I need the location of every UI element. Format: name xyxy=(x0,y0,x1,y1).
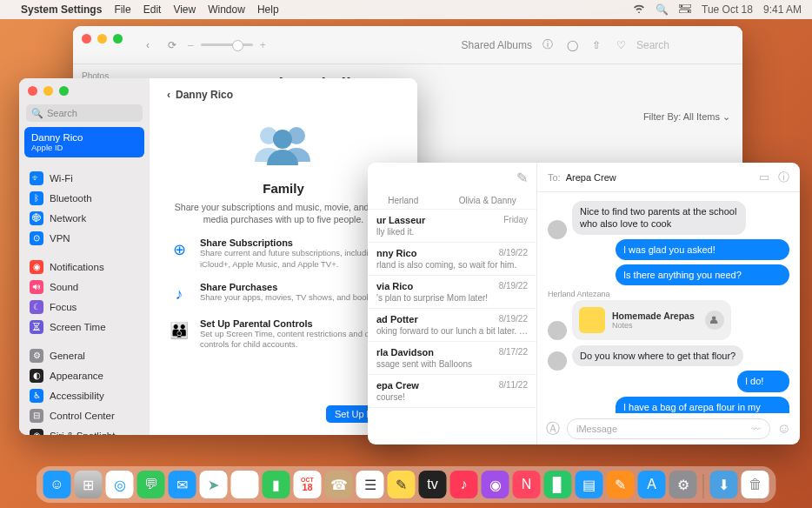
share-subscriptions-row: ⊕ Share SubscriptionsShare current and f… xyxy=(167,237,400,270)
menubar-time[interactable]: 9:41 AM xyxy=(763,3,802,16)
menubar-date[interactable]: Tue Oct 18 xyxy=(702,3,753,16)
sidebar-bluetooth[interactable]: ᛒBluetooth xyxy=(19,188,150,208)
conversation-row[interactable]: epa Crew8/11/22course! xyxy=(368,375,536,408)
conversation-row[interactable]: via Rico8/19/22's plan to surprise Mom l… xyxy=(368,276,536,309)
dock-numbers[interactable]: ▊ xyxy=(544,471,572,498)
conv-tab[interactable]: Olivia & Danny xyxy=(459,196,516,205)
settings-search[interactable]: 🔍 Search xyxy=(26,104,143,122)
dock-settings[interactable]: ⚙︎ xyxy=(669,471,697,498)
purchases-icon: ♪ xyxy=(167,282,191,306)
menu-view[interactable]: View xyxy=(173,3,196,16)
dock-appstore[interactable]: A xyxy=(638,471,666,498)
sender-label: Herland Antezana xyxy=(548,290,789,298)
svg-point-1 xyxy=(681,5,683,8)
dock-pages[interactable]: ✎ xyxy=(607,471,635,498)
dock-photos[interactable]: 🌸︎ xyxy=(231,471,259,498)
wifi-icon[interactable] xyxy=(633,3,645,16)
back-button[interactable]: ‹ xyxy=(139,37,156,54)
message-bubble: Is there anything you need? xyxy=(616,264,789,285)
dock-notes[interactable]: ✎ xyxy=(388,471,416,498)
dock-podcasts[interactable]: ◉ xyxy=(482,471,509,498)
sidebar-wifi[interactable]: ᯤWi-Fi xyxy=(19,168,150,188)
notes-app-icon xyxy=(579,307,605,333)
message-bubble: Nice to find two parents at the school w… xyxy=(572,201,746,235)
sidebar-network[interactable]: 🌐︎Network xyxy=(19,208,150,228)
sidebar-appearance[interactable]: ◐Appearance xyxy=(19,365,150,385)
shared-albums-label[interactable]: Shared Albums xyxy=(462,39,532,51)
dock-keynote[interactable]: ▤ xyxy=(576,471,603,498)
subscriptions-icon: ⊕ xyxy=(167,237,191,262)
message-bubble: I do! xyxy=(737,371,789,391)
zoom-slider[interactable] xyxy=(201,43,253,46)
apple-id-row[interactable]: Danny Rico Apple ID xyxy=(24,127,144,157)
dock-tv[interactable]: tv xyxy=(419,471,447,498)
dock-mail[interactable]: ✉︎ xyxy=(169,471,196,498)
parental-icon: 👪︎ xyxy=(167,318,191,343)
back-chevron-icon[interactable]: ‹ xyxy=(167,89,170,101)
message-input[interactable]: iMessage 〰 xyxy=(567,418,770,439)
menu-window[interactable]: Window xyxy=(208,3,245,16)
dock-finder[interactable]: ☺ xyxy=(43,471,71,498)
filter-by[interactable]: Filter By: All Items ⌄ xyxy=(643,111,730,123)
app-menu[interactable]: System Settings xyxy=(21,3,102,16)
photos-search[interactable]: Search xyxy=(636,39,732,51)
dock-calendar[interactable]: OCT18 xyxy=(294,471,322,498)
sidebar-sound[interactable]: 🔊︎Sound xyxy=(19,277,150,297)
attachment-note[interactable]: Homemade ArepasNotes 👤︎ xyxy=(572,300,731,340)
share-purchases-row: ♪ Share PurchasesShare your apps, movies… xyxy=(167,282,400,306)
conversation-row[interactable]: rla Davidson8/17/22ssage sent with Ballo… xyxy=(368,342,536,375)
dock-safari[interactable]: ◎ xyxy=(106,471,134,498)
rotate-icon[interactable]: ⟳ xyxy=(163,37,181,54)
menubar: System Settings File Edit View Window He… xyxy=(0,0,812,19)
emoji-icon[interactable]: ☺ xyxy=(777,421,791,437)
settings-traffic-lights[interactable] xyxy=(28,86,69,96)
avatar xyxy=(548,220,567,239)
conversation-row[interactable]: nny Rico8/19/22rland is also coming, so … xyxy=(368,243,536,276)
sidebar-focus[interactable]: ☾Focus xyxy=(19,297,150,317)
dock-facetime[interactable]: ▮ xyxy=(263,471,290,498)
search-icon[interactable]: 🔍 xyxy=(656,3,669,16)
share-icon[interactable]: ⇧ xyxy=(588,37,605,54)
dock-reminders[interactable]: ☰ xyxy=(356,471,384,498)
message-bubble: Do you know where to get that flour? xyxy=(572,345,743,366)
message-bubble: I have a bag of arepa flour in my kitche… xyxy=(616,397,789,413)
dock-news[interactable]: N xyxy=(513,471,541,498)
apps-icon[interactable]: Ⓐ xyxy=(546,420,560,438)
dock-launchpad[interactable]: ⊞ xyxy=(75,471,103,498)
add-person-icon[interactable]: 👤︎ xyxy=(705,311,724,330)
sidebar-screentime[interactable]: ⏳︎Screen Time xyxy=(19,317,150,337)
sidebar-accessibility[interactable]: ♿︎Accessibility xyxy=(19,385,150,405)
chevron-down-icon: ⌄ xyxy=(722,111,730,122)
sidebar-siri[interactable]: ◉Siri & Spotlight xyxy=(19,425,150,435)
dock-downloads[interactable]: ⬇︎ xyxy=(710,471,738,498)
info-icon[interactable]: ⓘ xyxy=(778,170,789,185)
system-settings-window: 🔍 Search Danny Rico Apple ID ᯤWi-Fi ᛒBlu… xyxy=(19,78,417,435)
dictation-icon[interactable]: 〰 xyxy=(751,424,761,434)
dock-contacts[interactable]: ☎︎ xyxy=(325,471,353,498)
sidebar-vpn[interactable]: ⊙VPN xyxy=(19,228,150,248)
breadcrumb[interactable]: ‹Danny Rico xyxy=(167,89,400,101)
svg-point-3 xyxy=(688,10,690,13)
sidebar-controlcenter[interactable]: ⊟Control Center xyxy=(19,405,150,425)
dock-maps[interactable]: ➤ xyxy=(200,471,228,498)
video-icon[interactable]: ▭ xyxy=(759,170,769,184)
compose-icon[interactable]: ✎ xyxy=(516,170,528,186)
sidebar-notifications[interactable]: ◉Notifications xyxy=(19,257,150,277)
recipient[interactable]: Arepa Crew xyxy=(566,172,616,183)
menu-edit[interactable]: Edit xyxy=(143,3,162,16)
people-icon[interactable]: ◯ xyxy=(563,37,581,54)
menu-help[interactable]: Help xyxy=(257,3,279,16)
photos-traffic-lights[interactable] xyxy=(82,34,123,43)
info-icon[interactable]: ⓘ xyxy=(539,37,556,54)
sidebar-general[interactable]: ⚙︎General xyxy=(19,345,150,365)
control-center-icon[interactable] xyxy=(679,3,691,16)
conversation-row[interactable]: ad Potter8/19/22oking forward to our lun… xyxy=(368,309,536,342)
menu-file[interactable]: File xyxy=(114,3,130,16)
favorite-icon[interactable]: ♡ xyxy=(612,37,629,54)
dock-trash[interactable]: 🗑︎ xyxy=(742,471,769,498)
messages-window: ✎ Herland Olivia & Danny ur LasseurFrida… xyxy=(368,163,800,444)
conv-tab[interactable]: Herland xyxy=(388,196,418,205)
conversation-row[interactable]: ur LasseurFridaylly liked it. xyxy=(368,210,536,243)
dock-messages[interactable]: 💬︎ xyxy=(137,471,165,498)
dock-music[interactable]: ♪ xyxy=(450,471,478,498)
